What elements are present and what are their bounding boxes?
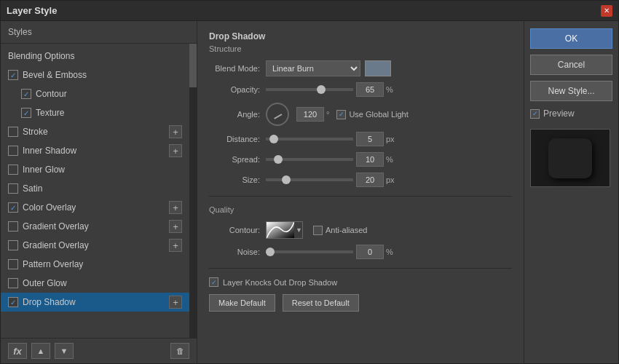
sidebar-item-gradient-overlay-2[interactable]: Gradient Overlay + [1,236,189,255]
noise-slider[interactable] [266,250,353,253]
satin-checkbox[interactable] [8,183,18,194]
cancel-button[interactable]: Cancel [530,55,612,75]
layer-knocks-out-label: Layer Knocks Out Drop Shadow [223,278,337,287]
trash-icon: 🗑 [176,347,184,355]
noise-input[interactable] [356,245,384,259]
size-input[interactable] [356,173,384,187]
sidebar-item-bevel-emboss[interactable]: ✓ Bevel & Emboss [1,66,189,84]
layer-knocks-out-row: Layer Knocks Out Drop Shadow [209,277,512,287]
angle-dial[interactable] [266,103,289,126]
spread-row: Spread: % [209,152,512,167]
preview-shape [548,138,592,178]
color-overlay-checkbox[interactable]: ✓ [8,202,18,213]
gradient-overlay-1-add-button[interactable]: + [169,220,182,233]
ok-button[interactable]: OK [530,28,612,49]
blend-mode-color-swatch[interactable] [365,60,391,76]
make-default-button[interactable]: Make Default [209,294,275,312]
reset-to-default-button[interactable]: Reset to Default [283,294,359,312]
sidebar-item-pattern-overlay[interactable]: Pattern Overlay [1,255,189,274]
sidebar-item-outer-glow[interactable]: Outer Glow [1,274,189,293]
left-panel-footer: fx ▲ ▼ 🗑 [1,338,197,363]
contour-checkbox[interactable]: ✓ [21,89,31,99]
styles-header: Styles [1,21,197,44]
structure-subtitle: Structure [209,44,512,53]
stroke-checkbox[interactable] [8,127,18,137]
scrollbar-thumb[interactable] [189,44,197,87]
texture-checkbox[interactable]: ✓ [21,108,31,118]
contour-preview-icon [267,222,294,238]
inner-shadow-add-button[interactable]: + [169,144,182,157]
distance-label: Distance: [209,135,260,143]
action-buttons-row: Make Default Reset to Default [209,294,512,312]
size-slider[interactable] [266,178,353,181]
noise-unit: % [386,248,393,256]
inner-shadow-checkbox[interactable] [8,146,18,156]
sidebar-item-inner-glow[interactable]: Inner Glow [1,160,189,179]
angle-unit: ° [326,110,329,119]
layer-knocks-out-checkbox[interactable] [209,277,218,287]
noise-label: Noise: [209,248,260,256]
gradient-overlay-1-checkbox[interactable] [8,221,18,232]
anti-aliased-row: Anti-aliased [313,226,367,235]
close-button[interactable]: ✕ [601,5,612,17]
right-panel: OK Cancel New Style... Preview [524,21,618,363]
contour-picker[interactable]: ▼ [266,221,303,239]
sidebar-item-stroke[interactable]: Stroke + [1,122,189,141]
title-bar: Layer Style ✕ [1,1,618,21]
sidebar-item-gradient-overlay-1[interactable]: Gradient Overlay + [1,217,189,236]
sidebar-item-blending-options[interactable]: Blending Options [1,47,189,66]
size-row: Size: px [209,173,512,187]
section-title: Drop Shadow [209,31,512,41]
angle-label: Angle: [209,110,260,119]
styles-list: Blending Options ✓ Bevel & Emboss ✓ Cont… [1,44,189,338]
fx-button[interactable]: fx [8,343,27,359]
anti-aliased-label: Anti-aliased [326,226,367,234]
quality-title: Quality [209,205,512,214]
outer-glow-checkbox[interactable] [8,278,18,288]
sidebar-item-drop-shadow[interactable]: ✓ Drop Shadow + [1,293,189,312]
distance-slider[interactable] [266,138,353,141]
opacity-label: Opacity: [209,85,260,94]
spread-unit: % [386,155,393,164]
sidebar-item-color-overlay[interactable]: ✓ Color Overlay + [1,198,189,217]
contour-label: Contour: [209,226,260,234]
sidebar-item-inner-shadow[interactable]: Inner Shadow + [1,141,189,160]
anti-aliased-checkbox[interactable] [313,226,323,235]
move-down-button[interactable]: ▼ [55,343,74,359]
new-style-button[interactable]: New Style... [530,81,612,101]
opacity-row: Opacity: % [209,82,512,97]
angle-row: Angle: ° Use Global Light [209,103,512,126]
size-unit: px [386,175,395,184]
contour-row: Contour: ▼ [209,221,512,239]
spread-input[interactable] [356,152,384,167]
move-up-button[interactable]: ▲ [31,343,50,359]
pattern-overlay-checkbox[interactable] [8,259,18,269]
bevel-emboss-checkbox[interactable]: ✓ [8,70,18,80]
sidebar-item-texture[interactable]: ✓ Texture [1,103,189,122]
gradient-overlay-2-checkbox[interactable] [8,240,18,250]
left-panel: Styles Blending Options ✓ Bevel & Emboss… [1,21,197,363]
color-overlay-add-button[interactable]: + [169,201,182,214]
blend-mode-row: Blend Mode: Linear Burn Normal Multiply … [209,60,512,76]
spread-slider[interactable] [266,158,353,161]
preview-checkbox[interactable] [530,109,540,119]
inner-glow-checkbox[interactable] [8,165,18,175]
delete-button[interactable]: 🗑 [170,343,189,359]
use-global-light-checkbox[interactable] [336,110,346,119]
blend-mode-select[interactable]: Linear Burn Normal Multiply Screen Overl… [266,60,360,76]
window-title: Layer Style [7,5,601,16]
angle-input[interactable] [296,107,324,122]
sidebar-item-contour[interactable]: ✓ Contour [1,84,189,103]
drop-shadow-add-button[interactable]: + [169,296,182,309]
left-panel-scrollbar[interactable] [189,44,197,338]
opacity-unit: % [386,85,393,94]
contour-dropdown-icon: ▼ [296,226,302,234]
use-global-light-label: Use Global Light [349,110,408,119]
opacity-slider[interactable] [266,88,353,91]
distance-input[interactable] [356,132,384,146]
drop-shadow-checkbox[interactable]: ✓ [8,297,18,307]
stroke-add-button[interactable]: + [169,125,182,138]
gradient-overlay-2-add-button[interactable]: + [169,239,182,252]
sidebar-item-satin[interactable]: Satin [1,179,189,198]
opacity-input[interactable] [356,82,384,97]
